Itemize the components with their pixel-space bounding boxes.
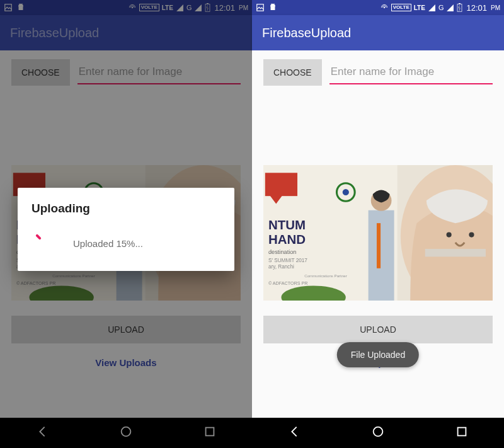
dialog-message: Uploaded 15%... bbox=[68, 238, 220, 249]
battery-icon bbox=[457, 3, 462, 12]
svg-rect-38 bbox=[369, 210, 394, 301]
volte-badge: VOLTE bbox=[391, 4, 411, 11]
svg-rect-41 bbox=[265, 173, 297, 196]
input-row: CHOOSE bbox=[263, 59, 493, 86]
svg-text:destination: destination bbox=[268, 249, 297, 255]
svg-text:HAND: HAND bbox=[268, 232, 306, 246]
svg-point-37 bbox=[469, 232, 474, 237]
progress-dialog: Uploading Uploaded 15%... bbox=[18, 188, 234, 271]
progress-spinner-icon bbox=[32, 232, 54, 255]
svg-text:S' SUMMIT 2017: S' SUMMIT 2017 bbox=[268, 258, 307, 263]
toast: File Uploaded bbox=[337, 342, 419, 367]
svg-rect-35 bbox=[425, 249, 486, 256]
image-name-input[interactable] bbox=[329, 59, 493, 84]
svg-point-43 bbox=[343, 189, 349, 195]
android-icon bbox=[268, 3, 277, 12]
svg-rect-27 bbox=[257, 4, 264, 11]
nav-bar bbox=[252, 418, 504, 448]
svg-point-52 bbox=[374, 427, 383, 437]
phone-left: VOLTE LTE G 12:01 PM FirebaseUpload CHOO… bbox=[0, 0, 252, 448]
svg-point-36 bbox=[447, 232, 452, 237]
signal-icon-2 bbox=[446, 4, 454, 12]
g-label: G bbox=[438, 4, 444, 11]
clock-ampm: PM bbox=[491, 4, 500, 11]
svg-rect-53 bbox=[458, 428, 466, 436]
svg-text:© ADFACTORS PR: © ADFACTORS PR bbox=[268, 281, 307, 286]
image-preview: NTUM HAND destination S' SUMMIT 2017 ary… bbox=[263, 165, 493, 301]
phone-right: VOLTE LTE G 12:01 PM FirebaseUpload CHOO… bbox=[252, 0, 504, 448]
home-icon[interactable] bbox=[371, 425, 385, 441]
signal-icon-1 bbox=[428, 4, 436, 12]
app-bar: FirebaseUpload bbox=[252, 15, 504, 50]
recents-icon[interactable] bbox=[455, 425, 469, 441]
app-title: FirebaseUpload bbox=[262, 26, 351, 40]
upload-button[interactable]: UPLOAD bbox=[263, 316, 493, 343]
clock-time: 12:01 bbox=[466, 3, 487, 13]
status-bar: VOLTE LTE G 12:01 PM bbox=[252, 0, 504, 15]
svg-rect-40 bbox=[377, 223, 381, 268]
hotspot-icon bbox=[380, 3, 389, 12]
svg-text:NTUM: NTUM bbox=[268, 217, 306, 232]
image-icon bbox=[256, 3, 265, 12]
svg-rect-28 bbox=[271, 6, 275, 10]
choose-button[interactable]: CHOOSE bbox=[263, 59, 322, 86]
svg-text:ary, Ranchi: ary, Ranchi bbox=[268, 264, 294, 270]
svg-text:Communications Partner: Communications Partner bbox=[304, 273, 346, 278]
dialog-title: Uploading bbox=[32, 202, 220, 215]
lte-label: LTE bbox=[414, 4, 425, 11]
svg-rect-31 bbox=[459, 3, 461, 4]
back-icon[interactable] bbox=[287, 425, 301, 441]
svg-point-29 bbox=[383, 7, 384, 8]
